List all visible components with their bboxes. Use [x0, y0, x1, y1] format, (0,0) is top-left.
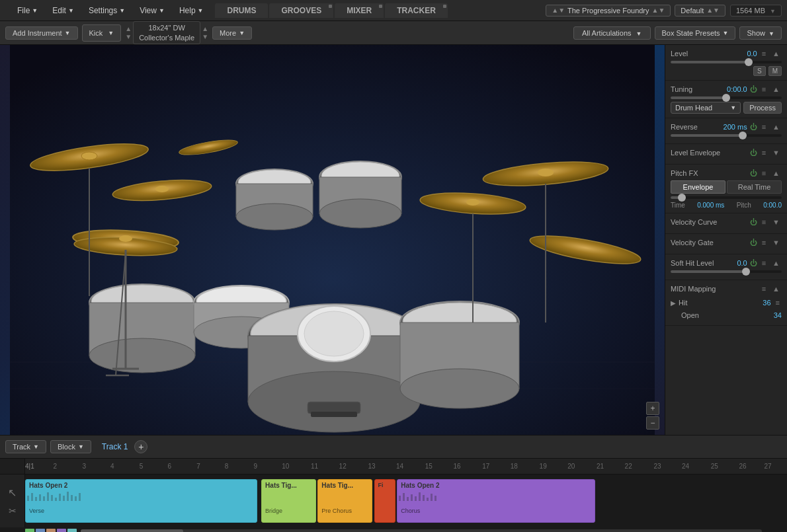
pitch-fx-menu-button[interactable]: ≡ [760, 169, 768, 178]
soft-hit-slider[interactable] [671, 270, 782, 273]
all-articulations-button[interactable]: All Articulations ▼ [573, 26, 651, 40]
track-button[interactable]: Track ▼ [5, 440, 46, 453]
tuning-row: Tuning 0:00.0 ⏻ ≡ ▲ [671, 85, 782, 94]
svg-rect-53 [35, 497, 37, 501]
chorus-block[interactable]: Hats Open 2 Chorus [397, 479, 595, 523]
level-envelope-power-icon[interactable]: ⏻ [750, 149, 757, 157]
soft-hit-power-icon[interactable]: ⏻ [750, 259, 757, 267]
pitch-fx-collapse-button[interactable]: ▲ [770, 169, 782, 178]
solo-button[interactable]: S [753, 66, 766, 76]
tab-mixer[interactable]: MIXER [335, 3, 384, 18]
real-time-tab[interactable]: Real Time [727, 180, 782, 194]
envelope-tab[interactable]: Envelope [671, 180, 725, 194]
svg-point-9 [119, 235, 132, 242]
midi-mapping-menu-button[interactable]: ≡ [760, 284, 768, 293]
timeline-num-20: 20 [567, 463, 575, 470]
more-button[interactable]: More ▼ [212, 26, 252, 40]
zoom-out-button[interactable]: − [646, 416, 659, 430]
zoom-controls: + − [646, 402, 659, 430]
velocity-gate-collapse-button[interactable]: ▼ [770, 238, 782, 247]
add-instrument-button[interactable]: Add Instrument ▼ [5, 26, 78, 40]
box-state-presets-button[interactable]: Box State Presets ▼ [655, 26, 736, 40]
hit-menu-button[interactable]: ≡ [774, 298, 782, 307]
level-envelope-menu-button[interactable]: ≡ [760, 148, 768, 157]
soft-hit-menu-button[interactable]: ≡ [760, 258, 768, 268]
drum-head-dropdown[interactable]: Drum Head ▼ [671, 102, 741, 114]
preset-dropdown[interactable]: Default ▲▼ [675, 5, 725, 17]
velocity-curve-menu-button[interactable]: ≡ [760, 217, 768, 227]
timeline-num-13: 13 [368, 463, 375, 470]
right-panel: Level 0.0 ≡ ▲ S M Tuning 0:00.0 [665, 45, 787, 435]
tuning-power-icon[interactable]: ⏻ [750, 85, 757, 93]
svg-rect-59 [59, 494, 61, 501]
scissors-tool[interactable]: ✂ [7, 504, 18, 517]
reverse-collapse-button[interactable]: ▲ [770, 122, 782, 132]
soft-hit-collapse-button[interactable]: ▲ [770, 258, 782, 268]
tab-grooves[interactable]: GROOVES [269, 3, 333, 18]
add-track-button[interactable]: + [134, 440, 147, 453]
svg-rect-69 [415, 496, 417, 501]
menu-help[interactable]: Help ▼ [173, 6, 210, 15]
drum-kit-area[interactable]: + − [0, 45, 665, 435]
timeline-num-25: 25 [711, 463, 718, 470]
timeline-num-4: 4 [110, 463, 114, 470]
menu-bar: File ▼ Edit ▼ Settings ▼ View ▼ Help ▼ D… [0, 0, 787, 21]
block-button[interactable]: Block ▼ [50, 440, 91, 453]
velocity-curve-power-icon[interactable]: ⏻ [750, 218, 757, 226]
svg-rect-52 [31, 493, 33, 501]
process-button[interactable]: Process [743, 102, 782, 114]
pitch-fx-slider[interactable] [671, 196, 782, 199]
timeline-num-21: 21 [597, 463, 604, 470]
reverse-row: Reverse 200 ms ⏻ ≡ ▲ [671, 122, 782, 132]
pre-chorus-block[interactable]: Hats Tig... Pre Chorus [317, 479, 372, 523]
pitch-fx-power-icon[interactable]: ⏻ [750, 169, 757, 177]
open-row: Open 34 [671, 309, 782, 321]
tab-tracker[interactable]: TRACKER [385, 3, 448, 18]
mute-button[interactable]: M [768, 66, 782, 76]
pointer-tool[interactable]: ↖ [7, 485, 18, 500]
svg-rect-70 [419, 492, 421, 501]
svg-point-17 [319, 199, 401, 228]
svg-rect-68 [411, 494, 413, 501]
show-button[interactable]: Show ▼ [739, 26, 782, 40]
fill-block[interactable]: Fi [374, 479, 395, 523]
svg-rect-58 [55, 498, 57, 501]
drum-head-row: Drum Head ▼ Process [671, 102, 782, 114]
velocity-gate-power-icon[interactable]: ⏻ [750, 239, 757, 247]
verse-block[interactable]: Hats Open 2 Verse [25, 479, 257, 523]
velocity-curve-collapse-button[interactable]: ▼ [770, 217, 782, 227]
timeline-num-23: 23 [653, 463, 661, 470]
level-envelope-collapse-button[interactable]: ▼ [770, 148, 782, 157]
menu-file[interactable]: File ▼ [11, 6, 44, 15]
zoom-in-button[interactable]: + [646, 402, 659, 415]
velocity-gate-controls: ⏻ ≡ ▼ [750, 238, 782, 247]
tuning-collapse-button[interactable]: ▲ [770, 85, 782, 94]
pitch-fx-section: Pitch FX ⏻ ≡ ▲ Envelope Real Time [665, 165, 787, 213]
project-dropdown[interactable]: ▲▼ The Progressive Foundry ▲▼ [546, 5, 671, 17]
kick-dropdown[interactable]: Kick ▼ [82, 24, 122, 42]
level-slider[interactable] [671, 61, 782, 63]
menu-view[interactable]: View ▼ [133, 6, 171, 15]
reverse-menu-button[interactable]: ≡ [760, 122, 768, 132]
drum-model-right-up[interactable]: ▲ [202, 25, 208, 32]
menu-settings[interactable]: Settings ▼ [82, 6, 132, 15]
tuning-slider[interactable] [671, 96, 782, 99]
tab-drums[interactable]: DRUMS [215, 3, 268, 18]
menu-edit[interactable]: Edit ▼ [46, 6, 81, 15]
drum-model-down-arrow[interactable]: ▼ [125, 33, 132, 40]
drum-model-up-arrow[interactable]: ▲ [125, 25, 132, 32]
velocity-gate-menu-button[interactable]: ≡ [760, 238, 768, 247]
level-envelope-section: Level Envelope ⏻ ≡ ▼ [665, 144, 787, 165]
bridge-block[interactable]: Hats Tig... Bridge [261, 479, 316, 523]
drum-model-right-down[interactable]: ▼ [202, 33, 208, 40]
reverse-slider[interactable] [671, 134, 782, 137]
level-collapse-button[interactable]: ▲ [770, 49, 782, 58]
timeline-num-11: 11 [311, 463, 318, 470]
horizontal-scrollbar[interactable] [81, 529, 762, 532]
midi-mapping-collapse-button[interactable]: ▲ [770, 284, 782, 293]
soft-hit-level-controls: 0.0 ⏻ ≡ ▲ [737, 258, 782, 268]
tuning-menu-button[interactable]: ≡ [760, 85, 768, 94]
hit-expand-arrow[interactable]: ▶ [671, 299, 676, 307]
level-menu-button[interactable]: ≡ [760, 49, 768, 58]
reverse-power-icon[interactable]: ⏻ [750, 123, 757, 131]
